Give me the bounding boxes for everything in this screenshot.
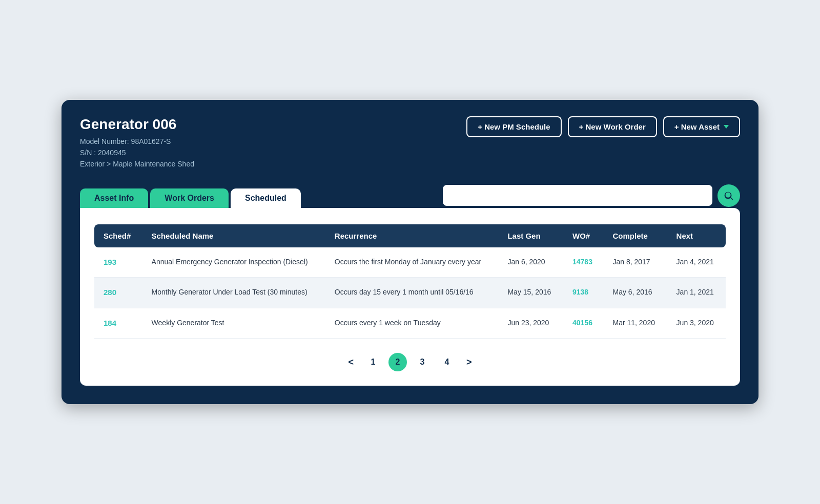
cell-recurrence: Occurs the first Monday of January every… (325, 247, 499, 278)
wo-link[interactable]: 14783 (572, 258, 592, 266)
tab-scheduled[interactable]: Scheduled (231, 188, 301, 208)
search-icon (723, 190, 734, 201)
cell-next: Jun 3, 2020 (667, 308, 726, 339)
wo-link[interactable]: 9138 (572, 288, 588, 296)
search-input[interactable] (443, 185, 712, 206)
cell-complete: Jan 8, 2017 (603, 247, 667, 278)
cell-wo: 14783 (563, 247, 603, 278)
cell-wo: 9138 (563, 278, 603, 308)
sched-id-link[interactable]: 184 (104, 319, 116, 327)
col-scheduled-name: Scheduled Name (142, 224, 325, 247)
cell-sched-id: 280 (94, 278, 142, 308)
cell-sched-id: 193 (94, 247, 142, 278)
cell-recurrence: Occurs day 15 every 1 month until 05/16/… (325, 278, 499, 308)
table-header: Sched# Scheduled Name Recurrence Last Ge… (94, 224, 726, 247)
tab-asset-info[interactable]: Asset Info (80, 188, 148, 208)
cell-complete: Mar 11, 2020 (603, 308, 667, 339)
col-wo-num: WO# (563, 224, 603, 247)
new-asset-button[interactable]: + New Asset (663, 116, 740, 137)
table-body: 193 Annual Emergency Generator Inspectio… (94, 247, 726, 339)
wo-link[interactable]: 40156 (572, 319, 592, 327)
sched-id-link[interactable]: 280 (104, 288, 116, 297)
cell-name: Weekly Generator Test (142, 308, 325, 339)
asset-title: Generator 006 (80, 116, 194, 133)
cell-name: Monthly Generator Under Load Test (30 mi… (142, 278, 325, 308)
asset-model: Model Number: 98A01627-S (80, 136, 194, 147)
cell-recurrence: Occurs every 1 week on Tuesday (325, 308, 499, 339)
cell-sched-id: 184 (94, 308, 142, 339)
pagination-page-2[interactable]: 2 (388, 353, 407, 371)
table-row: 280 Monthly Generator Under Load Test (3… (94, 278, 726, 308)
table-row: 184 Weekly Generator Test Occurs every 1… (94, 308, 726, 339)
pagination: < 1 2 3 4 > (94, 353, 726, 371)
header-buttons: + New PM Schedule + New Work Order + New… (466, 116, 740, 137)
asset-info-block: Generator 006 Model Number: 98A01627-S S… (80, 116, 194, 170)
cell-next: Jan 4, 2021 (667, 247, 726, 278)
pagination-next-button[interactable]: > (462, 355, 476, 370)
col-complete: Complete (603, 224, 667, 247)
col-next: Next (667, 224, 726, 247)
pagination-page-3[interactable]: 3 (413, 353, 432, 371)
tabs-search-row: Asset Info Work Orders Scheduled (80, 184, 740, 208)
header-section: Generator 006 Model Number: 98A01627-S S… (80, 116, 740, 170)
asset-location: Exterior > Maple Maintenance Shed (80, 158, 194, 170)
cell-last-gen: Jan 6, 2020 (498, 247, 563, 278)
main-card: Generator 006 Model Number: 98A01627-S S… (61, 100, 758, 405)
search-area (443, 184, 740, 208)
new-work-order-button[interactable]: + New Work Order (568, 116, 657, 137)
cell-complete: May 6, 2016 (603, 278, 667, 308)
search-button[interactable] (717, 184, 740, 207)
new-pm-schedule-button[interactable]: + New PM Schedule (466, 116, 561, 137)
main-content: Sched# Scheduled Name Recurrence Last Ge… (80, 208, 740, 386)
col-recurrence: Recurrence (325, 224, 499, 247)
cell-name: Annual Emergency Generator Inspection (D… (142, 247, 325, 278)
col-sched-num: Sched# (94, 224, 142, 247)
table-row: 193 Annual Emergency Generator Inspectio… (94, 247, 726, 278)
pagination-page-1[interactable]: 1 (364, 353, 382, 371)
sched-id-link[interactable]: 193 (104, 258, 116, 266)
pagination-page-4[interactable]: 4 (438, 353, 456, 371)
tab-work-orders[interactable]: Work Orders (150, 188, 229, 208)
schedules-table: Sched# Scheduled Name Recurrence Last Ge… (94, 224, 726, 339)
chevron-down-icon (724, 125, 729, 129)
cell-last-gen: Jun 23, 2020 (498, 308, 563, 339)
pagination-prev-button[interactable]: < (344, 355, 358, 370)
cell-wo: 40156 (563, 308, 603, 339)
asset-serial: S/N : 2040945 (80, 147, 194, 158)
cell-next: Jan 1, 2021 (667, 278, 726, 308)
col-last-gen: Last Gen (498, 224, 563, 247)
cell-last-gen: May 15, 2016 (498, 278, 563, 308)
